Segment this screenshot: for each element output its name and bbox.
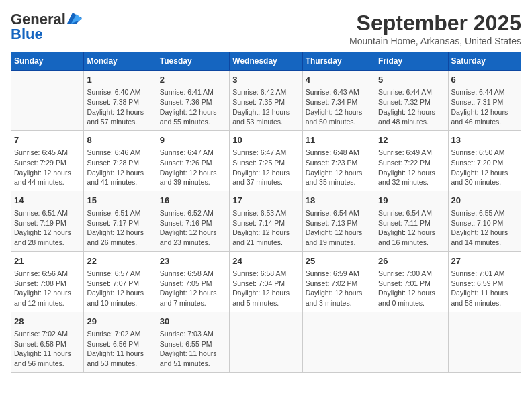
weekday-header-monday: Monday bbox=[84, 52, 157, 71]
day-info: Sunrise: 6:44 AMSunset: 7:32 PMDaylight:… bbox=[378, 87, 445, 127]
calendar-cell bbox=[448, 312, 521, 372]
day-number: 14 bbox=[14, 195, 81, 207]
day-number: 28 bbox=[14, 316, 81, 328]
daylight-minutes: and 57 minutes. bbox=[87, 118, 137, 126]
daylight-minutes: and 53 minutes. bbox=[232, 118, 283, 126]
daylight-minutes: and 35 minutes. bbox=[306, 178, 356, 186]
day-info: Sunrise: 7:02 AMSunset: 6:56 PMDaylight:… bbox=[87, 329, 153, 369]
calendar-cell: 26Sunrise: 7:00 AMSunset: 7:01 PMDayligh… bbox=[375, 251, 448, 312]
day-info: Sunrise: 6:55 AMSunset: 7:10 PMDaylight:… bbox=[451, 208, 518, 248]
daylight-minutes: and 48 minutes. bbox=[378, 118, 429, 126]
calendar-table: SundayMondayTuesdayWednesdayThursdayFrid… bbox=[11, 52, 521, 373]
weekday-header-sunday: Sunday bbox=[11, 52, 84, 71]
daylight-minutes: and 53 minutes. bbox=[87, 359, 137, 367]
day-info: Sunrise: 7:02 AMSunset: 6:58 PMDaylight:… bbox=[14, 329, 81, 369]
calendar-cell: 29Sunrise: 7:02 AMSunset: 6:56 PMDayligh… bbox=[84, 312, 157, 372]
daylight-minutes: and 12 minutes. bbox=[14, 299, 64, 307]
calendar-week-row: 1Sunrise: 6:40 AMSunset: 7:38 PMDaylight… bbox=[11, 71, 521, 131]
daylight-minutes: and 50 minutes. bbox=[306, 118, 356, 126]
day-info: Sunrise: 6:51 AMSunset: 7:19 PMDaylight:… bbox=[14, 208, 81, 248]
day-number: 13 bbox=[451, 134, 518, 146]
daylight-minutes: and 56 minutes. bbox=[14, 359, 64, 367]
day-info: Sunrise: 6:52 AMSunset: 7:16 PMDaylight:… bbox=[160, 208, 226, 248]
daylight-minutes: and 44 minutes. bbox=[14, 178, 64, 186]
daylight-minutes: and 46 minutes. bbox=[451, 118, 502, 126]
day-number: 29 bbox=[87, 316, 153, 328]
daylight-minutes: and 23 minutes. bbox=[160, 238, 210, 246]
calendar-week-row: 7Sunrise: 6:45 AMSunset: 7:29 PMDaylight… bbox=[11, 130, 521, 191]
day-number: 9 bbox=[160, 134, 226, 146]
calendar-cell: 21Sunrise: 6:56 AMSunset: 7:08 PMDayligh… bbox=[11, 251, 84, 312]
day-number: 18 bbox=[306, 195, 372, 207]
day-number: 21 bbox=[14, 255, 81, 267]
day-info: Sunrise: 6:41 AMSunset: 7:36 PMDaylight:… bbox=[160, 87, 226, 127]
day-number: 4 bbox=[306, 74, 372, 86]
day-info: Sunrise: 6:54 AMSunset: 7:13 PMDaylight:… bbox=[306, 208, 372, 248]
daylight-minutes: and 41 minutes. bbox=[87, 178, 137, 186]
daylight-minutes: and 7 minutes. bbox=[160, 299, 206, 307]
calendar-cell: 19Sunrise: 6:54 AMSunset: 7:11 PMDayligh… bbox=[375, 191, 448, 251]
day-number: 1 bbox=[87, 74, 153, 86]
daylight-minutes: and 3 minutes. bbox=[306, 299, 352, 307]
weekday-header-row: SundayMondayTuesdayWednesdayThursdayFrid… bbox=[11, 52, 521, 71]
day-number: 25 bbox=[306, 255, 372, 267]
day-info: Sunrise: 6:58 AMSunset: 7:04 PMDaylight:… bbox=[232, 269, 299, 308]
calendar-cell: 7Sunrise: 6:45 AMSunset: 7:29 PMDaylight… bbox=[11, 130, 84, 191]
weekday-header-saturday: Saturday bbox=[448, 52, 521, 71]
day-number: 6 bbox=[451, 74, 518, 86]
day-info: Sunrise: 6:40 AMSunset: 7:38 PMDaylight:… bbox=[87, 87, 153, 127]
daylight-minutes: and 19 minutes. bbox=[306, 238, 356, 246]
day-info: Sunrise: 6:53 AMSunset: 7:14 PMDaylight:… bbox=[232, 208, 299, 248]
calendar-week-row: 14Sunrise: 6:51 AMSunset: 7:19 PMDayligh… bbox=[11, 191, 521, 251]
weekday-header-friday: Friday bbox=[375, 52, 448, 71]
day-number: 8 bbox=[87, 134, 153, 146]
day-info: Sunrise: 6:47 AMSunset: 7:26 PMDaylight:… bbox=[160, 148, 226, 187]
calendar-cell: 17Sunrise: 6:53 AMSunset: 7:14 PMDayligh… bbox=[230, 191, 302, 251]
daylight-minutes: and 37 minutes. bbox=[232, 178, 283, 186]
day-number: 23 bbox=[160, 255, 226, 267]
day-info: Sunrise: 6:49 AMSunset: 7:22 PMDaylight:… bbox=[378, 148, 445, 187]
calendar-cell: 13Sunrise: 6:50 AMSunset: 7:20 PMDayligh… bbox=[448, 130, 521, 191]
day-number: 5 bbox=[378, 74, 445, 86]
daylight-minutes: and 55 minutes. bbox=[160, 118, 210, 126]
daylight-minutes: and 16 minutes. bbox=[378, 238, 429, 246]
weekday-header-thursday: Thursday bbox=[302, 52, 375, 71]
calendar-cell: 9Sunrise: 6:47 AMSunset: 7:26 PMDaylight… bbox=[157, 130, 229, 191]
calendar-cell: 2Sunrise: 6:41 AMSunset: 7:36 PMDaylight… bbox=[157, 71, 229, 131]
day-info: Sunrise: 6:54 AMSunset: 7:11 PMDaylight:… bbox=[378, 208, 445, 248]
calendar-cell: 5Sunrise: 6:44 AMSunset: 7:32 PMDaylight… bbox=[375, 71, 448, 131]
day-number: 22 bbox=[87, 255, 153, 267]
calendar-cell: 14Sunrise: 6:51 AMSunset: 7:19 PMDayligh… bbox=[11, 191, 84, 251]
day-number: 3 bbox=[232, 74, 299, 86]
weekday-header-wednesday: Wednesday bbox=[230, 52, 302, 71]
day-info: Sunrise: 6:59 AMSunset: 7:02 PMDaylight:… bbox=[306, 269, 372, 308]
calendar-cell bbox=[230, 312, 302, 372]
calendar-title: September 2025 bbox=[349, 11, 521, 36]
day-number: 7 bbox=[14, 134, 81, 146]
day-number: 24 bbox=[232, 255, 299, 267]
calendar-cell: 25Sunrise: 6:59 AMSunset: 7:02 PMDayligh… bbox=[302, 251, 375, 312]
calendar-week-row: 21Sunrise: 6:56 AMSunset: 7:08 PMDayligh… bbox=[11, 251, 521, 312]
calendar-cell: 1Sunrise: 6:40 AMSunset: 7:38 PMDaylight… bbox=[84, 71, 157, 131]
daylight-minutes: and 26 minutes. bbox=[87, 238, 137, 246]
day-info: Sunrise: 6:48 AMSunset: 7:23 PMDaylight:… bbox=[306, 148, 372, 187]
daylight-minutes: and 39 minutes. bbox=[160, 178, 210, 186]
day-info: Sunrise: 6:50 AMSunset: 7:20 PMDaylight:… bbox=[451, 148, 518, 187]
day-info: Sunrise: 7:00 AMSunset: 7:01 PMDaylight:… bbox=[378, 269, 445, 308]
day-number: 15 bbox=[87, 195, 153, 207]
day-number: 12 bbox=[378, 134, 445, 146]
calendar-cell bbox=[11, 71, 84, 131]
title-block: September 2025 Mountain Home, Arkansas, … bbox=[349, 11, 521, 46]
day-number: 30 bbox=[160, 316, 226, 328]
day-number: 19 bbox=[378, 195, 445, 207]
calendar-cell: 23Sunrise: 6:58 AMSunset: 7:05 PMDayligh… bbox=[157, 251, 229, 312]
calendar-cell: 15Sunrise: 6:51 AMSunset: 7:17 PMDayligh… bbox=[84, 191, 157, 251]
day-number: 16 bbox=[160, 195, 226, 207]
day-info: Sunrise: 6:58 AMSunset: 7:05 PMDaylight:… bbox=[160, 269, 226, 308]
calendar-cell bbox=[375, 312, 448, 372]
day-info: Sunrise: 6:42 AMSunset: 7:35 PMDaylight:… bbox=[232, 87, 299, 127]
calendar-cell: 20Sunrise: 6:55 AMSunset: 7:10 PMDayligh… bbox=[448, 191, 521, 251]
calendar-cell: 30Sunrise: 7:03 AMSunset: 6:55 PMDayligh… bbox=[157, 312, 229, 372]
day-number: 26 bbox=[378, 255, 445, 267]
weekday-header-tuesday: Tuesday bbox=[157, 52, 229, 71]
